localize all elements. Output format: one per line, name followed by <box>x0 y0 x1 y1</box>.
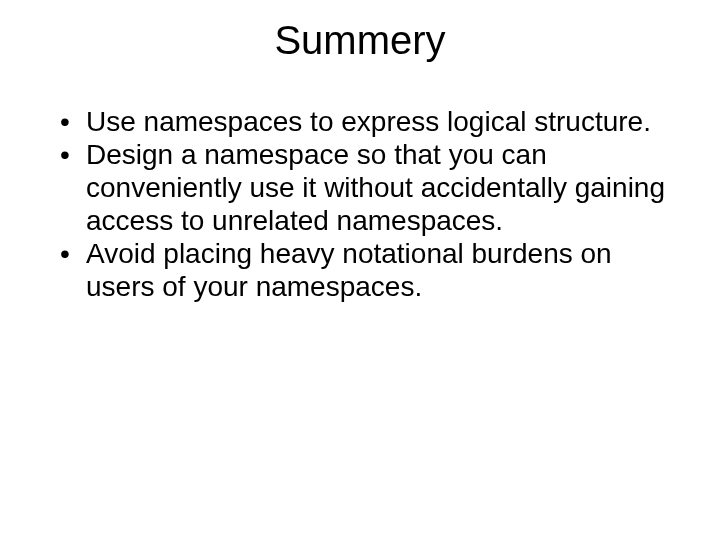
bullet-list: Use namespaces to express logical struct… <box>56 105 670 303</box>
list-item: Avoid placing heavy notational burdens o… <box>56 237 670 303</box>
slide: Summery Use namespaces to express logica… <box>0 0 720 540</box>
list-item: Use namespaces to express logical struct… <box>56 105 670 138</box>
slide-title: Summery <box>50 18 670 63</box>
list-item: Design a namespace so that you can conve… <box>56 138 670 237</box>
